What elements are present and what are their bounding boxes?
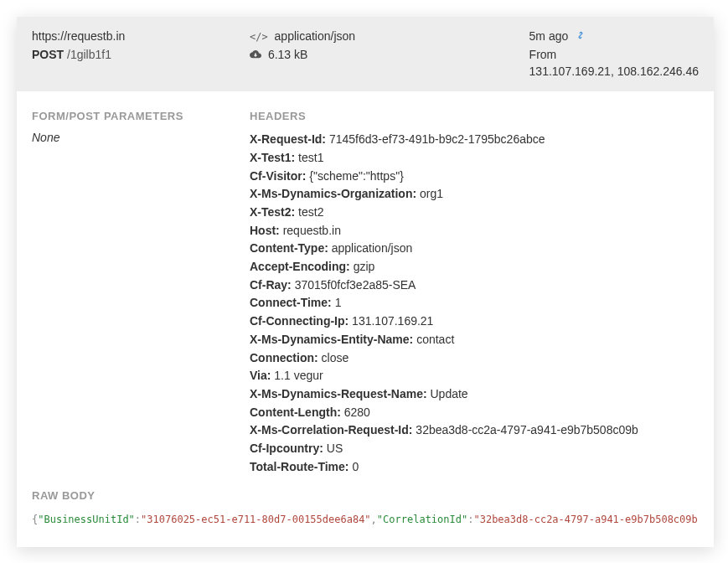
request-card: https://requestb.in POST /1gilb1f1 </> a… (17, 17, 714, 547)
header-row: X-Ms-Dynamics-Request-Name: Update (250, 385, 699, 404)
code-icon: </> (250, 31, 268, 43)
header-key: Connect-Time: (250, 296, 335, 309)
header-value: 1.1 vegur (274, 369, 323, 382)
header-value: application/json (332, 241, 413, 255)
header-value: contact (416, 333, 454, 346)
header-value: 7145f6d3-ef73-491b-b9c2-1795bc26abce (329, 132, 545, 146)
header-row: Cf-Ray: 37015f0fcf3e2a85-SEA (250, 276, 699, 295)
header-row: Total-Route-Time: 0 (250, 458, 699, 477)
header-row: X-Ms-Dynamics-Entity-Name: contact (250, 331, 699, 349)
header-row: Connect-Time: 1 (250, 294, 699, 312)
form-post-none: None (32, 131, 233, 144)
from-ips: 131.107.169.21, 108.162.246.46 (529, 64, 699, 80)
content-type-line: </> application/json (250, 28, 513, 45)
time-ago: 5m ago (529, 29, 569, 43)
header-row: X-Request-Id: 7145f6d3-ef73-491b-b9c2-17… (250, 131, 699, 149)
header-key: X-Ms-Dynamics-Entity-Name: (250, 333, 416, 346)
cloud-download-icon (250, 47, 261, 64)
header-value: close (322, 351, 349, 364)
summary-meta-col: 5m ago From 131.107.169.21, 108.162.246.… (529, 28, 699, 80)
header-value: {"scheme":"https"} (309, 169, 404, 183)
request-method-path: POST /1gilb1f1 (32, 47, 233, 64)
header-value: test2 (298, 205, 323, 219)
header-key: Cf-Ipcountry: (250, 442, 327, 455)
form-post-column: FORM/POST PARAMETERS None (32, 110, 233, 476)
detail-columns: FORM/POST PARAMETERS None HEADERS X-Requ… (32, 110, 699, 476)
header-row: Cf-Visitor: {"scheme":"https"} (250, 168, 699, 186)
request-detail: FORM/POST PARAMETERS None HEADERS X-Requ… (17, 91, 714, 547)
size-line: 6.13 kB (250, 47, 513, 64)
header-key: Content-Length: (250, 405, 344, 419)
summary-content-col: </> application/json 6.13 kB (250, 28, 513, 80)
header-row: Host: requestb.in (250, 222, 699, 240)
header-value: test1 (298, 151, 323, 164)
header-value: Update (431, 387, 468, 400)
header-value: 6280 (344, 405, 370, 419)
header-value: 1 (335, 296, 342, 309)
header-row: Cf-Connecting-Ip: 131.107.169.21 (250, 312, 699, 331)
header-row: Content-Length: 6280 (250, 404, 699, 422)
header-row: X-Test2: test2 (250, 204, 699, 222)
headers-title: HEADERS (250, 110, 699, 122)
header-key: X-Ms-Dynamics-Request-Name: (250, 387, 431, 400)
header-key: X-Ms-Correlation-Request-Id: (250, 423, 416, 436)
header-value: requestb.in (283, 224, 341, 237)
header-key: Connection: (250, 351, 322, 364)
header-key: X-Request-Id: (250, 132, 329, 146)
header-key: Content-Type: (250, 241, 332, 255)
raw-body-title: RAW BODY (32, 489, 699, 502)
header-key: Cf-Connecting-Ip: (250, 314, 352, 328)
header-row: X-Test1: test1 (250, 149, 699, 168)
header-key: X-Test2: (250, 205, 298, 219)
form-post-title: FORM/POST PARAMETERS (32, 110, 233, 122)
header-row: Content-Type: application/json (250, 240, 699, 258)
header-row: X-Ms-Correlation-Request-Id: 32bea3d8-cc… (250, 421, 699, 440)
request-path: /1gilb1f1 (67, 48, 111, 61)
header-key: X-Test1: (250, 151, 298, 164)
header-value: 32bea3d8-cc2a-4797-a941-e9b7b508c09b (416, 423, 638, 436)
headers-column: HEADERS X-Request-Id: 7145f6d3-ef73-491b… (250, 110, 699, 476)
header-value: 37015f0fcf3e2a85-SEA (295, 278, 416, 292)
header-row: Connection: close (250, 349, 699, 368)
time-line: 5m ago (529, 28, 699, 45)
header-row: X-Ms-Dynamics-Organization: org1 (250, 185, 699, 204)
header-value: 0 (352, 460, 359, 473)
raw-body-section: RAW BODY {"BusinessUnitId":"31076025-ec5… (32, 489, 699, 532)
request-domain: https://requestb.in (32, 28, 233, 45)
request-summary-bar: https://requestb.in POST /1gilb1f1 </> a… (17, 17, 714, 91)
header-key: Host: (250, 224, 283, 237)
headers-list: X-Request-Id: 7145f6d3-ef73-491b-b9c2-17… (250, 131, 699, 476)
from-label: From (529, 47, 699, 64)
request-size: 6.13 kB (268, 48, 307, 61)
header-value: US (327, 442, 343, 455)
header-key: Cf-Visitor: (250, 169, 309, 183)
header-key: Cf-Ray: (250, 278, 295, 292)
header-row: Cf-Ipcountry: US (250, 440, 699, 458)
content-type: application/json (275, 29, 356, 43)
header-key: Accept-Encoding: (250, 260, 354, 273)
header-key: X-Ms-Dynamics-Organization: (250, 187, 420, 200)
header-row: Via: 1.1 vegur (250, 367, 699, 385)
permalink-icon[interactable] (575, 29, 586, 46)
header-value: 131.107.169.21 (352, 314, 433, 328)
header-value: gzip (354, 260, 375, 273)
header-key: Total-Route-Time: (250, 460, 352, 473)
summary-url-col: https://requestb.in POST /1gilb1f1 (32, 28, 233, 80)
raw-body-content[interactable]: {"BusinessUnitId":"31076025-ec51-e711-80… (32, 510, 699, 532)
header-key: Via: (250, 369, 274, 382)
header-value: org1 (420, 187, 443, 200)
request-method: POST (32, 48, 64, 61)
header-row: Accept-Encoding: gzip (250, 258, 699, 276)
